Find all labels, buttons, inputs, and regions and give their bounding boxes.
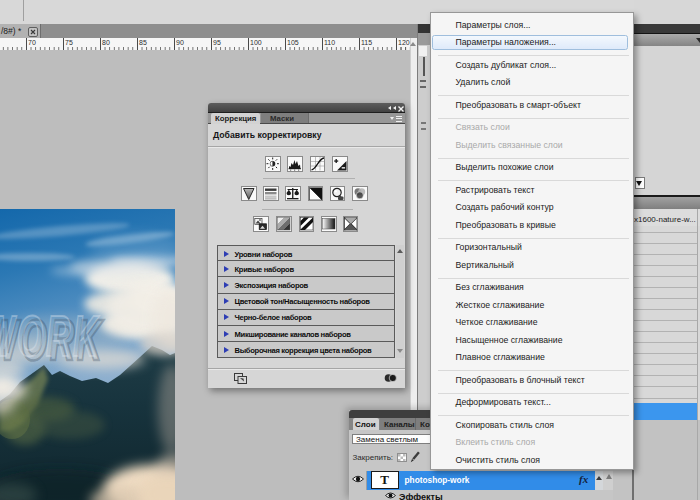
svg-text:120: 120	[398, 39, 410, 46]
svg-text:105: 105	[287, 39, 299, 46]
svg-text:85: 85	[139, 39, 147, 46]
svg-text:80: 80	[102, 39, 110, 46]
svg-text:90: 90	[176, 39, 184, 46]
svg-text:95: 95	[213, 39, 221, 46]
svg-text:110: 110	[324, 39, 335, 46]
svg-text:WORK: WORK	[0, 304, 100, 368]
svg-text:100: 100	[250, 39, 262, 46]
svg-text:75: 75	[65, 39, 73, 46]
svg-text:70: 70	[28, 39, 36, 46]
svg-text:115: 115	[361, 39, 372, 46]
